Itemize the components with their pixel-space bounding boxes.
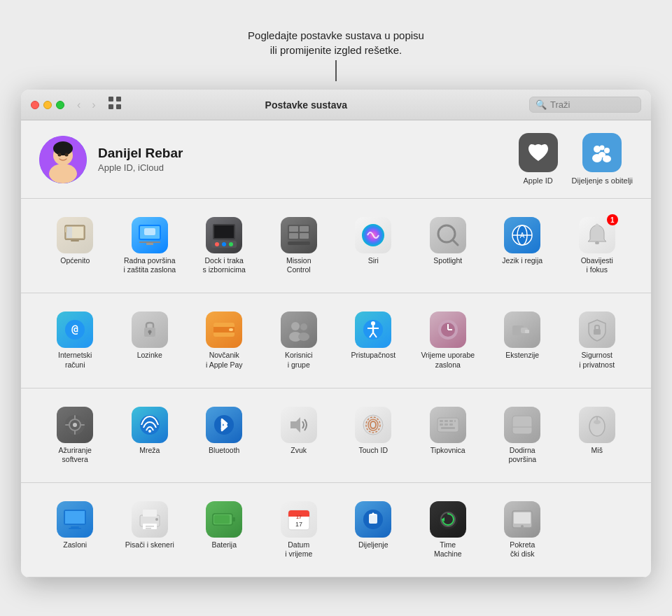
language-label: Jezik i regija	[502, 256, 542, 265]
minimize-button[interactable]	[43, 101, 52, 109]
svg-rect-94	[449, 420, 453, 422]
svg-rect-75	[594, 329, 601, 335]
pref-item-general[interactable]: Općenito	[39, 211, 111, 280]
svg-point-61	[298, 332, 309, 341]
svg-rect-95	[454, 420, 456, 422]
pref-item-software[interactable]: Ažuriranjesoftvera	[39, 401, 111, 470]
grid-section-2: @InternetskiračuniLozinkeNovčaniki Apple…	[21, 293, 651, 388]
users-label: Korisnicii grupe	[285, 351, 313, 369]
svg-text:17: 17	[296, 514, 302, 519]
general-icon	[57, 217, 93, 253]
pref-item-sound[interactable]: Zvuk	[263, 401, 335, 470]
svg-rect-48	[595, 241, 599, 244]
pref-item-network[interactable]: Mreža	[114, 401, 186, 470]
pref-item-siri[interactable]: Siri	[337, 211, 410, 280]
pref-item-security[interactable]: Sigurnosti privatnost	[561, 306, 634, 374]
keyboard-icon	[430, 407, 466, 443]
pref-item-keyboard[interactable]: Tipkovnica	[412, 401, 484, 470]
pref-item-mouse[interactable]: Miš	[561, 401, 634, 470]
apple-id-icon	[519, 133, 558, 172]
svg-rect-54	[149, 332, 150, 335]
pref-item-dock[interactable]: Dock i trakas izbornicima	[188, 211, 260, 280]
svg-rect-92	[440, 420, 443, 422]
search-input[interactable]	[550, 99, 635, 110]
battery-icon	[206, 501, 242, 538]
svg-rect-79	[74, 415, 76, 419]
pref-item-bluetooth[interactable]: Bluetooth	[188, 401, 260, 470]
pref-item-wallet[interactable]: Novčaniki Apple Pay	[188, 306, 260, 374]
apple-id-button[interactable]: Apple ID	[519, 133, 558, 186]
pref-item-sharing[interactable]: Dijeljenje	[337, 496, 410, 564]
svg-rect-115	[232, 517, 235, 522]
dock-icon	[206, 217, 242, 253]
pref-item-passwords[interactable]: Lozinke	[114, 306, 186, 374]
svg-rect-123	[369, 514, 377, 524]
svg-rect-107	[69, 528, 81, 529]
svg-rect-37	[289, 233, 298, 239]
pref-item-mission[interactable]: MissionControl	[263, 211, 335, 280]
pref-item-printers[interactable]: Pisači i skeneri	[114, 496, 186, 564]
svg-rect-36	[300, 226, 309, 232]
maximize-button[interactable]	[56, 101, 64, 109]
screentime-label: Vrijeme uporabezaslona	[421, 351, 475, 369]
svg-rect-81	[65, 424, 69, 426]
svg-point-60	[300, 323, 307, 330]
avatar[interactable]	[39, 136, 87, 183]
pref-item-desktop[interactable]: Radna površinai zaštita zaslona	[114, 211, 186, 280]
profile-section: Danijel Rebar Apple ID, iCloud Apple ID	[21, 120, 651, 199]
svg-point-9	[58, 153, 62, 156]
pref-item-internet[interactable]: @Internetskiračuni	[39, 306, 111, 374]
svg-rect-106	[71, 526, 79, 528]
sound-icon	[281, 407, 317, 443]
search-bar[interactable]: 🔍	[529, 97, 641, 113]
svg-rect-129	[514, 512, 531, 524]
pref-item-datetime[interactable]: 1717Datumi vrijeme	[263, 496, 335, 564]
pref-item-accessibility[interactable]: Pristupačnost	[337, 306, 410, 374]
callout-line	[335, 60, 337, 81]
svg-rect-74	[525, 330, 529, 333]
titlebar: ‹ › Postavke sustava 🔍	[21, 90, 651, 120]
pref-item-timemachine[interactable]: TimeMachine	[412, 496, 484, 564]
system-preferences-window: ‹ › Postavke sustava 🔍	[21, 90, 651, 578]
svg-rect-27	[144, 228, 155, 235]
sound-label: Zvuk	[290, 446, 307, 455]
family-sharing-button[interactable]: Dijeljenje s obitelji	[572, 133, 633, 186]
pref-item-language[interactable]: AJezik i regija	[486, 211, 559, 280]
pref-item-touchid[interactable]: Touch ID	[337, 401, 410, 470]
pref-item-screentime[interactable]: Vrijeme uporabezaslona	[412, 306, 484, 374]
grid-section-1: OpćenitoRadna površinai zaštita zaslonaD…	[21, 199, 651, 293]
svg-point-33	[229, 242, 233, 246]
svg-point-103	[594, 420, 601, 424]
svg-point-13	[604, 148, 610, 153]
passwords-icon	[132, 312, 168, 348]
displays-icon	[57, 501, 93, 538]
svg-rect-39	[288, 241, 310, 245]
svg-point-11	[594, 146, 601, 153]
trackpad-label: Dodirnapovršina	[508, 446, 536, 464]
svg-rect-111	[146, 526, 154, 527]
pref-item-spotlight[interactable]: Spotlight	[412, 211, 484, 280]
pref-item-notif[interactable]: 1Obavijestii fokus	[561, 211, 634, 280]
pref-item-startup[interactable]: Pokretački disk	[486, 496, 559, 564]
printers-label: Pisači i skeneri	[125, 540, 174, 550]
svg-rect-29	[214, 225, 234, 238]
sharing-label: Dijeljenje	[358, 540, 388, 550]
profile-info: Danijel Rebar Apple ID, iCloud	[98, 146, 507, 173]
svg-rect-82	[80, 424, 85, 426]
pref-item-displays[interactable]: Zasloni	[39, 496, 111, 564]
svg-rect-96	[440, 424, 443, 426]
mouse-label: Miš	[592, 446, 603, 455]
svg-rect-100	[512, 416, 532, 434]
close-button[interactable]	[31, 101, 39, 109]
bluetooth-label: Bluetooth	[209, 446, 239, 455]
siri-icon	[355, 217, 391, 253]
pref-item-extensions[interactable]: Ekstenzije	[486, 306, 559, 374]
pref-item-trackpad[interactable]: Dodirnapovršina	[486, 401, 559, 470]
pref-item-battery[interactable]: Baterija	[188, 496, 260, 564]
pref-item-users[interactable]: Korisnicii grupe	[263, 306, 335, 374]
displays-label: Zasloni	[63, 540, 87, 550]
timemachine-icon	[430, 501, 466, 538]
accessibility-label: Pristupačnost	[351, 351, 396, 360]
language-icon: A	[504, 217, 540, 253]
back-button[interactable]: ‹	[74, 97, 83, 113]
